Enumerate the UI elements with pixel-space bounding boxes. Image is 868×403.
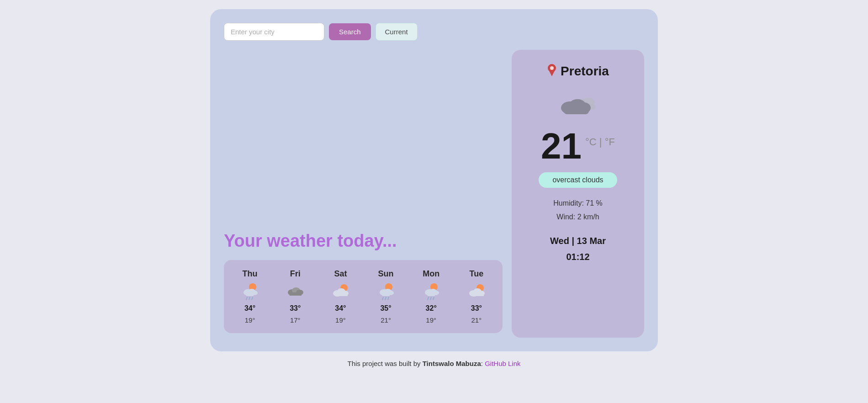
temp-high-thu: 34° xyxy=(244,304,255,313)
current-button[interactable]: Current xyxy=(376,23,418,41)
svg-rect-4 xyxy=(246,294,254,296)
forecast-day-thu: Thu xyxy=(232,269,268,324)
unit-fahrenheit[interactable]: °F xyxy=(605,136,615,148)
svg-marker-40 xyxy=(549,71,555,76)
temp-low-fri: 17° xyxy=(290,316,301,324)
day-name-fri: Fri xyxy=(290,269,301,279)
city-row: Pretoria xyxy=(547,64,609,79)
forecast-day-sun: Sun 35° 21° xyxy=(368,269,404,324)
content-area: Your weather today... Thu xyxy=(224,50,644,338)
forecast-day-mon: Mon 32° 19° xyxy=(413,269,450,324)
search-input[interactable] xyxy=(224,23,324,41)
svg-line-7 xyxy=(252,297,253,300)
footer-text: This project was built by xyxy=(347,360,422,367)
forecast-card: Thu xyxy=(224,260,503,333)
location-pin-svg xyxy=(547,64,557,76)
svg-line-31 xyxy=(430,297,431,300)
cloud-dark-icon-fri xyxy=(285,282,305,301)
cloud-sun-icon-tue xyxy=(466,282,487,301)
forecast-icon-tue xyxy=(466,282,487,301)
temp-high-mon: 32° xyxy=(426,304,437,313)
cloud-sun-icon-sat xyxy=(330,282,350,301)
svg-point-39 xyxy=(550,66,554,70)
description-badge: overcast clouds xyxy=(539,172,617,188)
unit-celsius[interactable]: °C xyxy=(585,136,597,148)
forecast-icon-fri xyxy=(285,282,305,301)
forecast-icon-mon xyxy=(421,282,441,301)
city-name: Pretoria xyxy=(561,64,609,79)
temp-low-thu: 19° xyxy=(245,316,255,324)
rain-sun-icon-sun xyxy=(376,282,396,301)
temp-low-mon: 19° xyxy=(426,316,436,324)
weather-icon-main xyxy=(557,90,598,121)
svg-line-23 xyxy=(385,297,386,300)
search-button[interactable]: Search xyxy=(329,23,371,40)
forecast-icon-sun xyxy=(376,282,396,301)
svg-rect-11 xyxy=(290,292,302,296)
weather-card: Pretoria xyxy=(512,50,644,338)
rain-sun-icon-thu xyxy=(240,282,260,301)
svg-rect-21 xyxy=(382,294,390,296)
humidity-label: Humidity: 71 % xyxy=(553,199,603,207)
footer-author: Tintswalo Mabuza xyxy=(423,360,481,367)
forecast-icon-sat xyxy=(330,282,350,301)
right-panel: Pretoria xyxy=(512,50,644,338)
rain-sun-icon-mon xyxy=(421,282,441,301)
temp-main-row: 21 °C | °F xyxy=(541,128,615,164)
overcast-cloud-svg xyxy=(557,90,598,119)
temp-high-sun: 35° xyxy=(380,304,391,313)
temp-low-tue: 21° xyxy=(471,316,482,324)
day-name-thu: Thu xyxy=(243,269,258,279)
left-panel: Your weather today... Thu xyxy=(224,50,503,338)
temp-low-sat: 19° xyxy=(335,316,346,324)
svg-line-32 xyxy=(433,297,434,300)
pin-icon xyxy=(547,64,557,79)
svg-line-22 xyxy=(382,297,383,300)
svg-line-24 xyxy=(388,297,389,300)
svg-rect-37 xyxy=(471,293,484,296)
day-name-sun: Sun xyxy=(378,269,394,279)
footer-sep: : xyxy=(481,360,485,367)
svg-rect-16 xyxy=(335,293,348,296)
temp-units: °C | °F xyxy=(585,136,615,148)
github-link[interactable]: GitHub Link xyxy=(485,360,520,367)
temp-value: 21 xyxy=(541,128,582,164)
forecast-day-fri: Fri 33° 17° xyxy=(277,269,313,324)
main-container: Search Current Your weather today... Thu xyxy=(210,9,658,351)
top-bar: Search Current xyxy=(224,23,644,41)
svg-line-30 xyxy=(428,297,429,300)
day-name-mon: Mon xyxy=(423,269,439,279)
weather-today-title: Your weather today... xyxy=(224,231,503,251)
svg-line-6 xyxy=(249,297,250,300)
temp-high-sat: 34° xyxy=(335,304,346,313)
forecast-icon-thu xyxy=(240,282,260,301)
date-display: Wed | 13 Mar xyxy=(550,236,606,246)
forecast-day-sat: Sat 34° 19° xyxy=(322,269,359,324)
day-name-tue: Tue xyxy=(470,269,484,279)
svg-line-5 xyxy=(246,297,247,300)
forecast-day-tue: Tue 33° 21° xyxy=(458,269,495,324)
wind-label: Wind: 2 km/h xyxy=(556,213,599,221)
footer: This project was built by Tintswalo Mabu… xyxy=(347,360,520,367)
temp-low-sun: 21° xyxy=(381,316,391,324)
day-name-sat: Sat xyxy=(334,269,347,279)
svg-rect-47 xyxy=(564,108,589,114)
svg-rect-29 xyxy=(428,294,435,296)
temp-high-fri: 33° xyxy=(290,304,301,313)
unit-separator: | xyxy=(599,136,605,148)
time-display: 01:12 xyxy=(566,252,589,262)
temp-high-tue: 33° xyxy=(471,304,482,313)
